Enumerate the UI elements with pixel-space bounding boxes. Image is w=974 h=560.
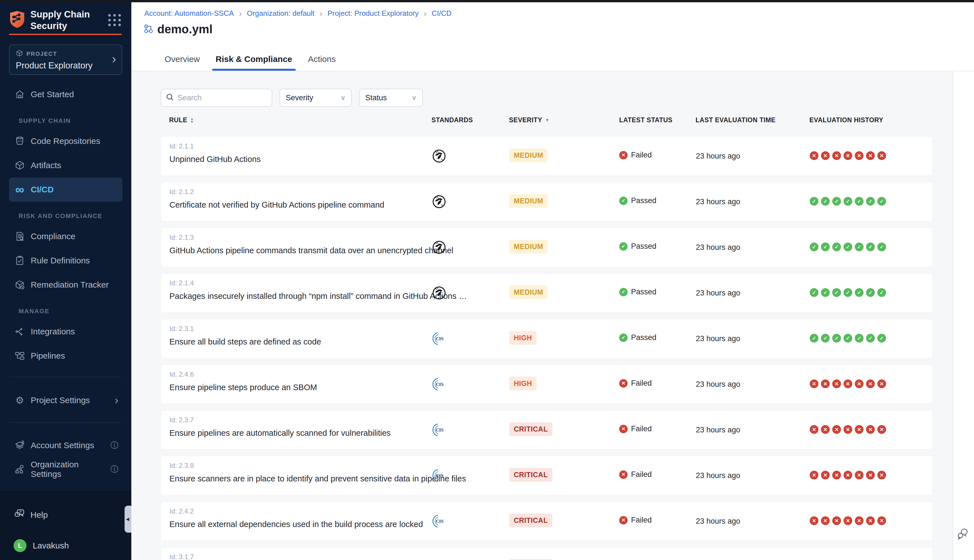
history-failed-icon[interactable]: ✕ — [866, 151, 875, 160]
history-passed-icon[interactable]: ✓ — [832, 334, 841, 343]
history-failed-icon[interactable]: ✕ — [832, 151, 841, 160]
history-failed-icon[interactable]: ✕ — [832, 380, 841, 388]
sidebar-item-organization-settings[interactable]: Organization Settingsⓘ — [9, 457, 122, 482]
history-failed-icon[interactable]: ✕ — [866, 471, 875, 480]
breadcrumb-link-3[interactable]: CI/CD — [432, 9, 452, 18]
history-passed-icon[interactable]: ✓ — [877, 288, 886, 297]
sidebar-item-code-repositories[interactable]: </>Code Repositories — [9, 129, 122, 153]
history-failed-icon[interactable]: ✕ — [877, 471, 886, 480]
history-passed-icon[interactable]: ✓ — [821, 243, 830, 251]
history-failed-icon[interactable]: ✕ — [810, 380, 819, 388]
history-passed-icon[interactable]: ✓ — [866, 288, 875, 297]
rule-sort-icon[interactable]: ▲▼ — [190, 117, 194, 123]
history-failed-icon[interactable]: ✕ — [866, 425, 875, 434]
user-menu[interactable]: L Lavakush — [13, 539, 69, 552]
history-failed-icon[interactable]: ✕ — [877, 380, 886, 388]
history-failed-icon[interactable]: ✕ — [810, 516, 819, 525]
history-passed-icon[interactable]: ✓ — [821, 197, 830, 206]
rule-row[interactable]: Id: 2.1.2Certificate not verified by Git… — [161, 182, 933, 222]
tab-overview[interactable]: Overview — [163, 50, 201, 71]
severity-sort-icon[interactable]: ▼ — [545, 118, 550, 123]
history-passed-icon[interactable]: ✓ — [832, 288, 841, 297]
history-passed-icon[interactable]: ✓ — [810, 243, 819, 251]
search-input[interactable] — [178, 93, 267, 102]
breadcrumb-link-2[interactable]: Project: Product Exploratory — [327, 9, 419, 18]
history-passed-icon[interactable]: ✓ — [844, 334, 852, 343]
history-failed-icon[interactable]: ✕ — [810, 471, 819, 480]
history-failed-icon[interactable]: ✕ — [844, 151, 852, 160]
history-passed-icon[interactable]: ✓ — [844, 243, 852, 251]
sidebar-item-rule-definitions[interactable]: Rule Definitions — [9, 248, 122, 273]
history-passed-icon[interactable]: ✓ — [877, 334, 886, 343]
history-failed-icon[interactable]: ✕ — [821, 425, 830, 434]
breadcrumb-link-1[interactable]: Organization: default — [247, 9, 315, 18]
sidebar-item-integrations[interactable]: Integrations — [9, 320, 122, 344]
project-selector[interactable]: PROJECT Product Exploratory › — [9, 45, 122, 75]
history-failed-icon[interactable]: ✕ — [832, 425, 841, 434]
rule-row[interactable]: Id: 3.1.7CISCRITICAL✕Failed23 hours ago✕… — [161, 547, 933, 560]
history-failed-icon[interactable]: ✕ — [844, 516, 852, 525]
history-passed-icon[interactable]: ✓ — [866, 197, 875, 206]
history-failed-icon[interactable]: ✕ — [855, 471, 864, 480]
history-passed-icon[interactable]: ✓ — [855, 197, 864, 206]
history-failed-icon[interactable]: ✕ — [810, 151, 819, 160]
history-failed-icon[interactable]: ✕ — [877, 516, 886, 525]
history-passed-icon[interactable]: ✓ — [821, 334, 830, 343]
tab-risk-compliance[interactable]: Risk & Compliance — [215, 50, 294, 71]
history-failed-icon[interactable]: ✕ — [821, 380, 830, 388]
history-passed-icon[interactable]: ✓ — [877, 243, 886, 251]
info-icon[interactable]: ⓘ — [110, 440, 118, 451]
history-passed-icon[interactable]: ✓ — [844, 288, 852, 297]
history-passed-icon[interactable]: ✓ — [832, 197, 841, 206]
sidebar-item-get-started[interactable]: Get Started — [9, 82, 122, 107]
history-failed-icon[interactable]: ✕ — [810, 425, 819, 434]
history-passed-icon[interactable]: ✓ — [821, 288, 830, 297]
sidebar-item-pipelines[interactable]: Pipelines — [9, 344, 122, 368]
module-switcher-grid-icon[interactable] — [108, 14, 121, 26]
history-passed-icon[interactable]: ✓ — [844, 197, 852, 206]
history-passed-icon[interactable]: ✓ — [855, 288, 864, 297]
history-failed-icon[interactable]: ✕ — [832, 471, 841, 480]
history-failed-icon[interactable]: ✕ — [855, 516, 864, 525]
tab-actions[interactable]: Actions — [307, 50, 337, 71]
rule-row[interactable]: Id: 2.1.4Packages insecurely installed t… — [161, 273, 933, 313]
sidebar-item-artifacts[interactable]: Artifacts — [9, 153, 122, 177]
history-failed-icon[interactable]: ✕ — [844, 425, 852, 434]
history-failed-icon[interactable]: ✕ — [821, 151, 830, 160]
rule-row[interactable]: Id: 2.3.8Ensure scanners are in place to… — [161, 456, 933, 495]
history-failed-icon[interactable]: ✕ — [821, 471, 830, 480]
rule-row[interactable]: Id: 2.3.7Ensure pipelines are automatica… — [161, 410, 933, 450]
history-passed-icon[interactable]: ✓ — [832, 243, 841, 251]
history-passed-icon[interactable]: ✓ — [810, 197, 819, 206]
sidebar-item-remediation-tracker[interactable]: Remediation Tracker — [9, 273, 122, 297]
help-button[interactable]: ? Help — [14, 508, 48, 521]
history-passed-icon[interactable]: ✓ — [866, 334, 875, 343]
support-chat-icon[interactable] — [957, 528, 969, 542]
history-passed-icon[interactable]: ✓ — [877, 197, 886, 206]
history-failed-icon[interactable]: ✕ — [866, 516, 875, 525]
rule-row[interactable]: Id: 2.1.3GitHub Actions pipeline command… — [161, 228, 933, 267]
breadcrumb-link-0[interactable]: Account: Automation-SSCA — [144, 9, 234, 18]
status-filter-dropdown[interactable]: Status ∨ — [359, 89, 423, 107]
sidebar-item-account-settings[interactable]: Account Settingsⓘ — [9, 433, 122, 457]
history-failed-icon[interactable]: ✕ — [844, 471, 852, 480]
severity-filter-dropdown[interactable]: Severity ∨ — [280, 89, 352, 107]
info-icon[interactable]: ⓘ — [110, 464, 118, 475]
history-failed-icon[interactable]: ✕ — [877, 425, 886, 434]
history-failed-icon[interactable]: ✕ — [866, 380, 875, 388]
rule-row[interactable]: Id: 2.1.1Unpinned GitHub ActionsMEDIUM✕F… — [161, 136, 933, 176]
history-passed-icon[interactable]: ✓ — [855, 243, 864, 251]
history-failed-icon[interactable]: ✕ — [844, 380, 852, 388]
history-passed-icon[interactable]: ✓ — [810, 288, 819, 297]
history-failed-icon[interactable]: ✕ — [855, 151, 864, 160]
history-passed-icon[interactable]: ✓ — [866, 243, 875, 251]
history-failed-icon[interactable]: ✕ — [877, 151, 886, 160]
rule-row[interactable]: Id: 2.4.2Ensure all external dependencie… — [161, 502, 933, 541]
rule-row[interactable]: Id: 2.4.6Ensure pipeline steps produce a… — [161, 365, 933, 404]
history-failed-icon[interactable]: ✕ — [821, 516, 830, 525]
sidebar-collapse-handle[interactable]: ◀ — [125, 506, 131, 533]
sidebar-item-project-settings[interactable]: ⚙Project Settings› — [9, 388, 122, 412]
history-passed-icon[interactable]: ✓ — [810, 334, 819, 343]
history-passed-icon[interactable]: ✓ — [855, 334, 864, 343]
history-failed-icon[interactable]: ✕ — [855, 380, 864, 388]
